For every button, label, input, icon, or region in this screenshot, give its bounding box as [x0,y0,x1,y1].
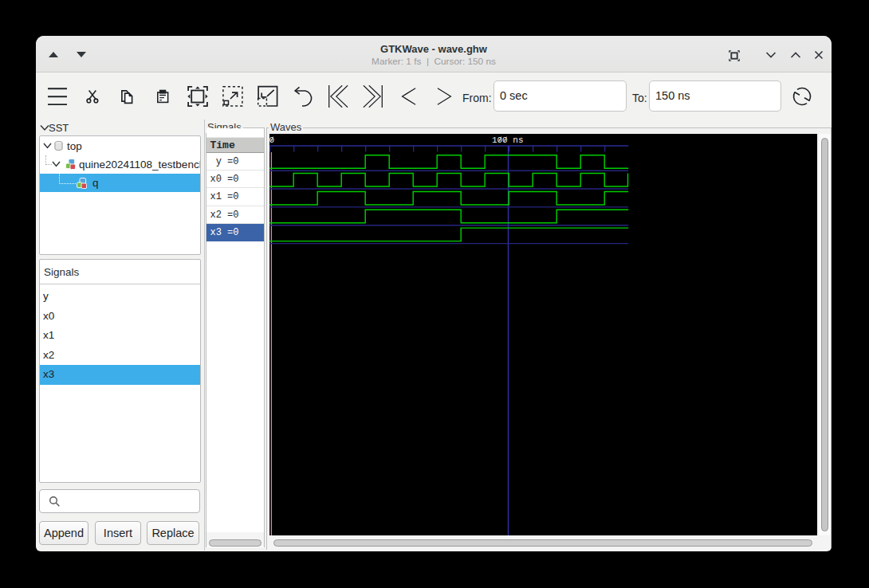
svg-text:100 ns: 100 ns [492,135,524,145]
svg-text:0: 0 [269,135,274,145]
